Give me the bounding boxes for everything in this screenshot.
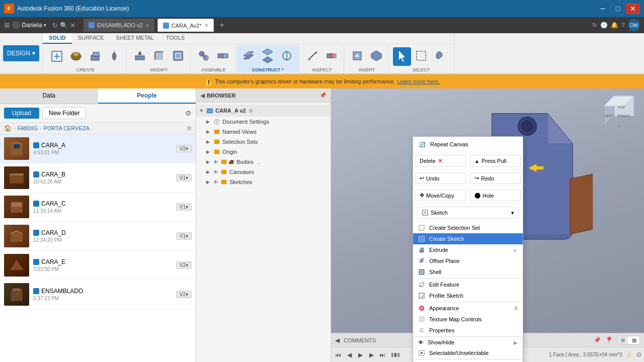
breadcrumb-settings-icon[interactable]: ⚙ <box>187 125 192 132</box>
browser-root[interactable]: ▼ CARA_A v2 ⚙ <box>196 105 331 117</box>
offset-plane-btn[interactable] <box>239 47 258 66</box>
tab-cara-close[interactable]: ✕ <box>204 23 208 28</box>
location-icon[interactable]: 📍 <box>605 336 613 344</box>
browser-item-named-views[interactable]: ▶ Named Views <box>196 127 331 137</box>
timeline-prev-btn[interactable]: ◀ <box>344 350 354 360</box>
tab-surface[interactable]: SURFACE <box>72 33 110 44</box>
ctx-repeat-canvas[interactable]: 🔄 Repeat Canvas <box>413 138 523 151</box>
version-badge-6[interactable]: V2▾ <box>176 291 192 298</box>
list-item[interactable]: CARA_A 4:53:01 PM V2▾ <box>0 134 196 163</box>
ctx-press-pull[interactable]: ▲ Press Pull <box>470 155 521 167</box>
minimize-button[interactable]: ─ <box>596 3 610 14</box>
paint-select-btn[interactable] <box>431 47 449 66</box>
grid-icon[interactable]: ⊞ <box>4 21 10 29</box>
list-item[interactable]: CARA_D 12:34:20 PM V1▾ <box>0 222 196 251</box>
version-badge-2[interactable]: V1▾ <box>176 174 192 182</box>
eye-icon-3[interactable]: 👁 <box>213 179 218 185</box>
tab-ensamblado-close[interactable]: ✕ <box>145 23 149 28</box>
ctx-edit-feature[interactable]: Edit Feature <box>413 279 523 290</box>
timeline-next-btn[interactable]: ▶ <box>366 350 376 360</box>
browser-settings-icon[interactable]: ⚙ <box>249 108 253 114</box>
ctx-show-hide[interactable]: 👁 Show/Hide ▶ <box>413 337 523 347</box>
user-menu[interactable]: Daniela ▾ <box>12 21 46 29</box>
user-avatar[interactable]: DM <box>628 19 640 31</box>
ctx-create-sketch[interactable]: Create Sketch <box>413 233 523 244</box>
insert-derive-btn[interactable] <box>348 47 366 66</box>
browser-pin-icon[interactable]: 📌 <box>319 92 327 99</box>
version-badge-4[interactable]: V1▾ <box>176 232 192 240</box>
viewport[interactable]: ◀ BROWSER 📌 ▼ CARA_A v2 ⚙ ▶ Docu <box>196 88 644 362</box>
ctx-delete[interactable]: Delete ✕ <box>415 155 466 167</box>
search-icon[interactable]: 🔍 <box>60 22 68 29</box>
warning-link[interactable]: Learn more here. <box>397 78 440 84</box>
create-sketch-ribbon-btn[interactable] <box>48 48 66 65</box>
joint-btn[interactable] <box>195 47 213 66</box>
version-badge-1[interactable]: V2▾ <box>176 145 192 152</box>
data-tab[interactable]: Data <box>0 88 98 104</box>
context-menu[interactable]: 🔄 Repeat Canvas Delete ✕ ▲ Press Pull ↩ <box>413 136 523 362</box>
version-badge-5[interactable]: V2▾ <box>176 261 192 269</box>
ctx-undo[interactable]: ↩ Undo <box>415 172 466 184</box>
ctx-hole[interactable]: ⬤ Hole <box>470 190 521 201</box>
people-tab[interactable]: People <box>98 88 196 104</box>
settings-gear-icon[interactable]: ⚙ <box>636 351 642 358</box>
browser-item-selection-sets[interactable]: ▶ Selection Sets <box>196 137 331 147</box>
tab-ensamblado[interactable]: ENSAMBLADO v2 ✕ <box>84 19 154 32</box>
list-item[interactable]: ENSAMBLADO 5:37:23 PM V2▾ <box>0 280 196 309</box>
ctx-properties[interactable]: Properties <box>413 325 523 336</box>
ctx-texture-map[interactable]: Texture Map Controls <box>413 314 523 325</box>
midplane-btn[interactable] <box>259 47 277 66</box>
ctx-shell[interactable]: Shell <box>413 266 523 278</box>
browser-item-doc-settings[interactable]: ▶ Document Settings <box>196 117 331 127</box>
comments-pin-icon[interactable]: 📌 <box>594 337 601 343</box>
new-folder-button[interactable]: New Folder <box>42 107 86 119</box>
new-tab-button[interactable]: + <box>217 21 227 30</box>
timeline-start-btn[interactable]: ⏮ <box>333 350 343 360</box>
axis-btn[interactable] <box>278 47 296 66</box>
select-btn[interactable] <box>393 47 411 66</box>
settings-icon[interactable]: ⚙ <box>185 109 192 117</box>
view-control-2[interactable]: ▦ <box>629 336 639 344</box>
browser-item-sketches[interactable]: ▶ 👁 Sketches <box>196 177 331 187</box>
ctx-find-browser[interactable]: Find in Browser <box>413 360 523 362</box>
upload-button[interactable]: Upload <box>4 108 39 119</box>
list-item[interactable]: CARA_E 3:03:50 PM V2▾ <box>0 251 196 280</box>
comments-collapse-btn[interactable]: ◀ <box>335 337 340 344</box>
insert-mesh-btn[interactable] <box>367 47 385 66</box>
window-select-btn[interactable] <box>412 47 430 66</box>
browser-collapse-btn[interactable]: ◀ <box>200 92 205 99</box>
revolve-btn[interactable] <box>105 48 123 65</box>
bc-fabdig[interactable]: FABDIG <box>18 125 38 131</box>
help-icon[interactable]: ? <box>621 22 625 29</box>
ctx-sketch-dropdown[interactable]: Sketch ▾ <box>417 207 519 219</box>
press-pull-btn[interactable] <box>131 47 149 66</box>
notification-icon[interactable]: 🔔 <box>611 22 618 29</box>
ctx-redo[interactable]: ↪ Redo <box>470 172 521 184</box>
as-built-joint-btn[interactable] <box>214 47 232 66</box>
browser-item-origin[interactable]: ▶ Origin <box>196 147 331 157</box>
refresh-tab-icon[interactable]: ↻ <box>592 22 597 29</box>
timeline-play-btn[interactable]: ▶ <box>355 350 365 360</box>
list-item[interactable]: CARA_B 10:43:26 AM V1▾ <box>0 163 196 193</box>
tab-sheet-metal[interactable]: SHEET METAL <box>110 33 160 44</box>
maximize-button[interactable]: □ <box>611 3 625 14</box>
clock-icon[interactable]: 🕐 <box>600 22 608 29</box>
create-form-btn[interactable] <box>67 48 85 65</box>
close-button[interactable]: ✕ <box>626 3 640 14</box>
timeline-end-btn[interactable]: ⏭ <box>377 350 387 360</box>
tab-cara-av2[interactable]: CARA_Av2* ✕ <box>157 19 214 32</box>
refresh-icon[interactable]: ↻ <box>52 22 58 29</box>
nav-cube[interactable]: TOP LEFT FRONT ⌂ <box>599 91 639 131</box>
ctx-appearance[interactable]: Appearance A <box>413 303 523 314</box>
nav-close-icon[interactable]: ✕ <box>70 22 75 29</box>
extrude-btn[interactable] <box>86 48 104 65</box>
interference-btn[interactable] <box>323 47 341 66</box>
ctx-move-copy[interactable]: ✥ Move/Copy <box>415 190 466 201</box>
ctx-selectable[interactable]: Selectable/Unselectable <box>413 347 523 358</box>
eye-icon-2[interactable]: 👁 <box>213 169 218 175</box>
ctx-extrude[interactable]: Extrude ▶ <box>413 244 523 255</box>
view-control-1[interactable]: ⊞ <box>618 336 628 344</box>
design-dropdown[interactable]: DESIGN ▾ <box>3 45 39 61</box>
fillet-btn[interactable] <box>150 47 168 66</box>
measure-btn[interactable] <box>303 47 321 66</box>
